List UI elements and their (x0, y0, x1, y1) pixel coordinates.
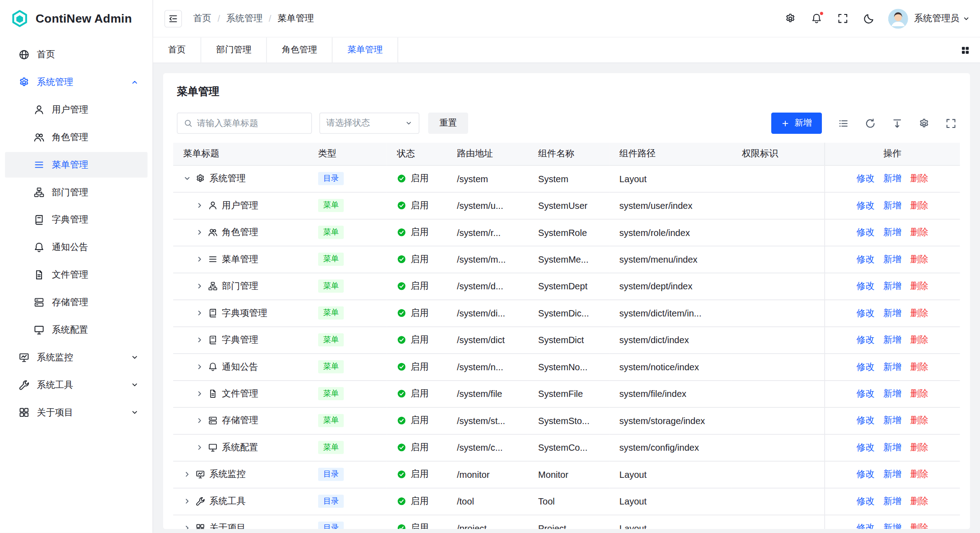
delete-link[interactable]: 删除 (910, 415, 928, 426)
edit-link[interactable]: 修改 (856, 522, 874, 529)
chevron-right-icon[interactable] (196, 363, 204, 371)
delete-link[interactable]: 删除 (910, 226, 928, 238)
tab-overview-button[interactable] (951, 38, 980, 62)
add-link[interactable]: 新增 (883, 280, 901, 292)
sidebar-item[interactable]: 角色管理 (5, 124, 147, 150)
add-link[interactable]: 新增 (883, 415, 901, 426)
edit-link[interactable]: 修改 (856, 280, 874, 292)
permission (732, 354, 825, 380)
sidebar-collapse-button[interactable] (164, 9, 182, 27)
delete-link[interactable]: 删除 (910, 468, 928, 480)
add-link[interactable]: 新增 (883, 442, 901, 453)
chevron-right-icon[interactable] (183, 470, 191, 478)
sidebar-item[interactable]: 关于项目 (5, 400, 147, 425)
edit-link[interactable]: 修改 (856, 415, 874, 426)
breadcrumb-item[interactable]: 系统管理 (226, 13, 263, 24)
delete-link[interactable]: 删除 (910, 173, 928, 184)
view-list-icon[interactable] (838, 118, 849, 129)
delete-link[interactable]: 删除 (910, 361, 928, 373)
add-link[interactable]: 新增 (883, 199, 901, 211)
user-menu[interactable]: 系统管理员 (914, 13, 970, 24)
edit-link[interactable]: 修改 (856, 226, 874, 238)
edit-link[interactable]: 修改 (856, 307, 874, 319)
type-tag: 菜单 (318, 279, 344, 292)
chevron-right-icon[interactable] (196, 282, 204, 290)
chevron-right-icon[interactable] (183, 497, 191, 505)
component-path: Layout (610, 165, 732, 192)
status-select[interactable]: 请选择状态 (319, 113, 419, 134)
edit-link[interactable]: 修改 (856, 388, 874, 400)
delete-link[interactable]: 删除 (910, 442, 928, 453)
sidebar-item[interactable]: 存储管理 (5, 289, 147, 315)
chevron-down-icon[interactable] (183, 175, 191, 183)
chevron-right-icon[interactable] (196, 309, 204, 317)
sidebar-item[interactable]: 系统管理 (5, 70, 147, 95)
chevron-right-icon[interactable] (196, 336, 204, 344)
permission (732, 219, 825, 245)
edit-link[interactable]: 修改 (856, 442, 874, 453)
sidebar-item[interactable]: 菜单管理 (5, 152, 147, 178)
chevron-right-icon[interactable] (196, 201, 204, 209)
delete-link[interactable]: 删除 (910, 334, 928, 346)
add-link[interactable]: 新增 (883, 361, 901, 373)
chevron-right-icon[interactable] (196, 443, 204, 452)
row-height-icon[interactable] (892, 118, 903, 129)
sidebar-item[interactable]: 用户管理 (5, 97, 147, 123)
notifications-button[interactable] (807, 9, 826, 28)
tab-item[interactable]: 部门管理 (201, 38, 267, 62)
delete-link[interactable]: 删除 (910, 522, 928, 529)
chevron-right-icon[interactable] (196, 228, 204, 236)
sidebar-item[interactable]: 通知公告 (5, 235, 147, 260)
edit-link[interactable]: 修改 (856, 495, 874, 507)
dark-mode-toggle[interactable] (859, 9, 879, 28)
tab-item[interactable]: 角色管理 (267, 38, 333, 62)
sidebar-item[interactable]: 系统配置 (5, 317, 147, 343)
column-settings-icon[interactable] (919, 118, 929, 129)
sidebar-item[interactable]: 文件管理 (5, 262, 147, 288)
chevron-right-icon[interactable] (196, 390, 204, 398)
add-link[interactable]: 新增 (883, 388, 901, 400)
delete-link[interactable]: 删除 (910, 253, 928, 265)
edit-link[interactable]: 修改 (856, 468, 874, 480)
edit-link[interactable]: 修改 (856, 253, 874, 265)
table-fullscreen-icon[interactable] (946, 118, 957, 129)
fullscreen-button[interactable] (833, 9, 853, 28)
tab-item[interactable]: 菜单管理 (333, 38, 398, 62)
settings-button[interactable] (780, 9, 800, 28)
chevron-right-icon[interactable] (196, 255, 204, 263)
tab-item[interactable]: 首页 (153, 38, 202, 62)
breadcrumb-item[interactable]: 首页 (193, 13, 211, 24)
sidebar-item[interactable]: 系统监控 (5, 344, 147, 370)
reset-button[interactable]: 重置 (428, 113, 469, 134)
add-link[interactable]: 新增 (883, 522, 901, 529)
delete-link[interactable]: 删除 (910, 199, 928, 211)
add-link[interactable]: 新增 (883, 468, 901, 480)
delete-link[interactable]: 删除 (910, 388, 928, 400)
chevron-right-icon[interactable] (196, 416, 204, 425)
add-link[interactable]: 新增 (883, 173, 901, 184)
avatar[interactable] (888, 9, 908, 28)
delete-link[interactable]: 删除 (910, 495, 928, 507)
add-link[interactable]: 新增 (883, 495, 901, 507)
delete-link[interactable]: 删除 (910, 307, 928, 319)
add-button[interactable]: 新增 (771, 113, 822, 134)
add-link[interactable]: 新增 (883, 334, 901, 346)
sidebar-item[interactable]: 字典管理 (5, 207, 147, 233)
edit-link[interactable]: 修改 (856, 173, 874, 184)
delete-link[interactable]: 删除 (910, 280, 928, 292)
refresh-icon[interactable] (865, 118, 876, 129)
chevron-right-icon[interactable] (183, 524, 191, 529)
status-label: 启用 (411, 415, 429, 426)
sidebar-item[interactable]: 系统工具 (5, 372, 147, 398)
edit-link[interactable]: 修改 (856, 199, 874, 211)
sidebar-item[interactable]: 部门管理 (5, 179, 147, 205)
table-row: 系统工具目录启用/toolToolLayout修改新增删除 (173, 488, 960, 514)
add-link[interactable]: 新增 (883, 226, 901, 238)
add-link[interactable]: 新增 (883, 307, 901, 319)
add-link[interactable]: 新增 (883, 253, 901, 265)
sidebar-item[interactable]: 首页 (5, 42, 147, 68)
component-name: SystemUser (528, 192, 610, 219)
search-input[interactable] (197, 118, 305, 128)
edit-link[interactable]: 修改 (856, 334, 874, 346)
edit-link[interactable]: 修改 (856, 361, 874, 373)
